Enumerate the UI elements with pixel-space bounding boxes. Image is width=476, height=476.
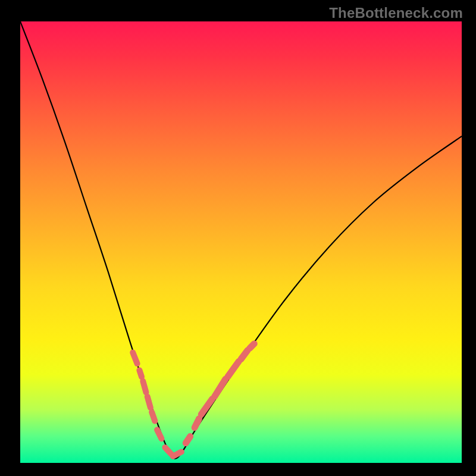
highlight-seg bbox=[173, 452, 181, 456]
highlight-seg bbox=[139, 370, 142, 377]
highlight-segments bbox=[133, 344, 254, 456]
highlight-seg bbox=[143, 381, 146, 393]
highlight-seg bbox=[152, 412, 155, 421]
highlight-seg bbox=[133, 353, 137, 364]
highlight-seg bbox=[165, 447, 171, 454]
highlight-seg bbox=[157, 430, 161, 439]
watermark-text: TheBottleneck.com bbox=[329, 5, 463, 21]
chart-svg bbox=[20, 21, 462, 463]
bottleneck-curve bbox=[20, 21, 462, 459]
highlight-seg bbox=[186, 436, 190, 443]
highlight-seg bbox=[195, 419, 199, 428]
highlight-seg bbox=[214, 379, 226, 397]
plot-area bbox=[20, 21, 462, 463]
highlight-seg bbox=[241, 350, 248, 359]
chart-frame: TheBottleneck.com bbox=[0, 0, 476, 476]
highlight-seg bbox=[228, 361, 239, 377]
highlight-seg bbox=[148, 397, 151, 408]
highlight-seg bbox=[201, 399, 212, 414]
highlight-seg bbox=[250, 344, 254, 348]
